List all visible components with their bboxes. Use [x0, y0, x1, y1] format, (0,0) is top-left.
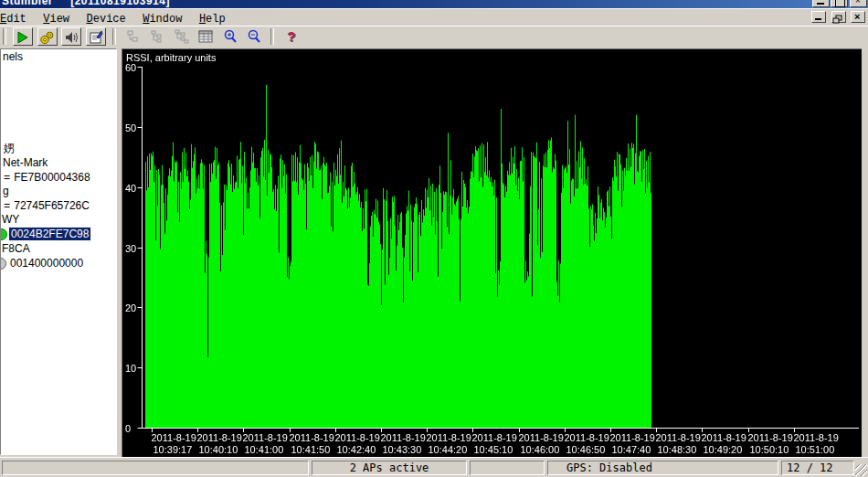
green-ap-circle-icon [0, 228, 7, 240]
zoom-out-icon [247, 29, 261, 44]
tree-item-mac-selected[interactable]: 0024B2FE7C98 [1, 228, 90, 240]
toolbar-separator [270, 28, 274, 45]
minimize-icon [815, 18, 821, 20]
status-gps: GPS: Disabled [547, 461, 778, 475]
expand-tree-button[interactable] [147, 27, 167, 46]
status-item-count: 12 / 12 [781, 461, 854, 475]
tree-item-mac-2[interactable]: =72745F65726C [4, 199, 90, 212]
play-icon [16, 30, 30, 45]
maximize-button[interactable] [831, 0, 848, 7]
toolbar: ? [0, 26, 868, 48]
list-view-icon [198, 29, 213, 44]
window-title: Stumbler [20110819103914] [2, 0, 170, 7]
sound-toggle-button[interactable] [61, 27, 81, 46]
help-icon: ? [287, 28, 295, 44]
properties-icon [89, 30, 103, 45]
mdi-window-buttons: × [810, 11, 865, 24]
close-icon: × [855, 0, 861, 5]
mdi-restore-button[interactable] [831, 11, 846, 23]
toolbar-separator [112, 28, 116, 45]
tree-item-ssid-1[interactable]: 娚 [4, 141, 15, 154]
minimize-button[interactable] [812, 0, 830, 7]
tree-expand-icon [150, 29, 164, 44]
tree-item-ssid-3[interactable]: g [3, 185, 9, 197]
help-button[interactable]: ? [281, 27, 302, 46]
title-bar: Stumbler [20110819103914] × [0, 0, 868, 8]
tree-item-channels[interactable]: nels [3, 50, 23, 63]
options-button[interactable] [86, 27, 106, 46]
tree-collapse-icon [126, 29, 141, 44]
zoom-in-icon [223, 29, 238, 44]
toolbar-separator [3, 28, 6, 45]
tree-item-mac-3[interactable]: 001400000000 [1, 257, 83, 270]
speaker-icon [64, 30, 79, 45]
tree-item-ssid-5[interactable]: F8CA [2, 242, 30, 255]
menu-bar: Edit View Device Window Help × [0, 8, 868, 26]
menu-device[interactable]: Device [80, 11, 132, 26]
gears-icon [40, 30, 55, 45]
rssi-signal-graph [122, 49, 861, 456]
tree-item-mac-1[interactable]: =FE7B00004368 [4, 171, 90, 184]
cut-flag-icon: = [4, 172, 10, 185]
mdi-minimize-button[interactable] [811, 11, 826, 23]
restore-icon [832, 15, 843, 25]
auto-config-button[interactable] [37, 27, 58, 46]
minimize-icon [817, 3, 824, 5]
chart-title: RSSI, arbitrary units [126, 52, 216, 63]
status-main-panel [2, 461, 309, 475]
ap-tree-panel: nels 娚 Net-Mark =FE7B00004368 g =72745F6… [0, 48, 117, 455]
status-aps-active: 2 APs active [312, 461, 467, 475]
tree-expand-all-icon [175, 29, 189, 44]
menu-help[interactable]: Help [193, 11, 232, 26]
cut-flag-icon: = [4, 200, 10, 213]
zoom-in-button[interactable] [220, 27, 240, 46]
status-empty-panel [470, 461, 545, 475]
scan-play-button[interactable] [13, 27, 33, 46]
status-bar: 2 APs active GPS: Disabled 12 / 12 [0, 457, 868, 477]
tree-item-ssid-2[interactable]: Net-Mark [3, 156, 48, 169]
close-button[interactable]: × [850, 0, 867, 7]
expand-all-button[interactable] [172, 27, 192, 46]
rssi-chart-panel: RSSI, arbitrary units [122, 48, 862, 457]
tree-item-ssid-4[interactable]: WY [2, 213, 19, 226]
details-view-button[interactable] [196, 27, 216, 46]
zoom-out-button[interactable] [244, 27, 264, 46]
mdi-client-area: nels 娚 Net-Mark =FE7B00004368 g =72745F6… [0, 48, 868, 457]
mdi-close-button[interactable]: × [851, 11, 865, 23]
collapse-tree-button[interactable] [123, 27, 143, 46]
menu-edit[interactable]: Edit [0, 11, 33, 26]
resize-grip-icon[interactable] [855, 464, 867, 476]
maximize-icon [835, 0, 845, 7]
menu-window[interactable]: Window [136, 11, 188, 26]
gray-ap-circle-icon [0, 258, 6, 270]
menu-view[interactable]: View [37, 11, 76, 26]
close-icon: × [854, 11, 860, 22]
